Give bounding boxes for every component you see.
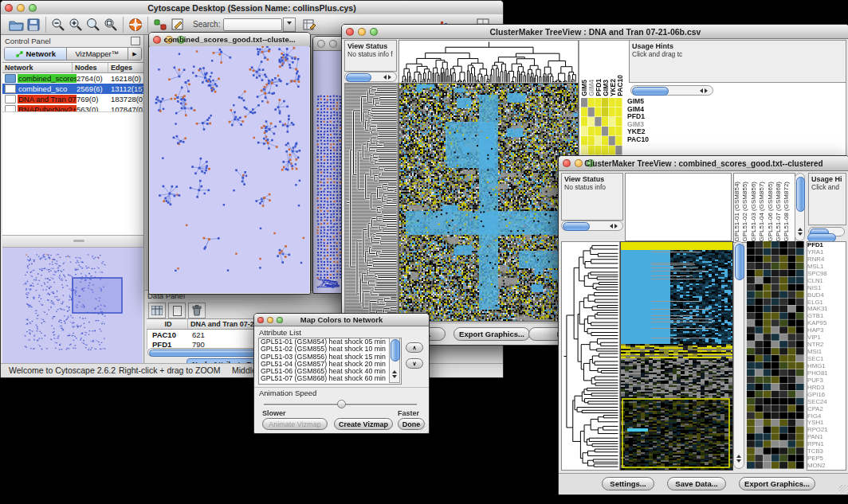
column-header-edges[interactable]: Edges — [108, 63, 143, 72]
scroll-up-icon[interactable] — [798, 225, 803, 231]
desktop: Cytoscape Desktop (Session Name: collins… — [0, 0, 848, 504]
tv2-view-status-panel: View Status No status info — [561, 173, 623, 221]
resize-grip-icon[interactable] — [419, 424, 428, 432]
tv2-zoom-heatmap[interactable] — [747, 241, 804, 469]
new-attribute-icon[interactable] — [168, 303, 186, 318]
main-titlebar[interactable]: Cytoscape Desktop (Session Name: collins… — [1, 1, 503, 15]
animate-vizmap-button[interactable]: Animate Vizmap — [262, 418, 328, 430]
slider-thumb[interactable] — [337, 400, 346, 408]
table-edit-icon[interactable] — [300, 16, 318, 33]
scroll-down-icon[interactable] — [392, 375, 397, 381]
scroll-down-icon[interactable] — [736, 459, 741, 465]
birdseye-view[interactable] — [2, 248, 143, 364]
animation-speed-slider[interactable] — [264, 400, 417, 409]
tv1-view-status-panel: View Status No status info f — [344, 40, 397, 72]
tv1-column-dendrogram[interactable] — [398, 40, 579, 84]
dialog-titlebar[interactable]: Map Colors to Network — [254, 314, 429, 326]
tv1-export-graphics-button[interactable]: Export Graphics... — [453, 327, 530, 341]
network-table-row[interactable]: DNA and Tran 07769(0)183728(0) — [2, 94, 143, 104]
search-input[interactable] — [223, 18, 282, 31]
node-id: PFD1 — [147, 340, 192, 349]
tv2-save-data-button[interactable]: Save Data... — [667, 477, 726, 490]
zoom-out-icon[interactable] — [49, 16, 67, 33]
tv1-view-status-title: View Status — [345, 41, 396, 50]
float-panel-icon[interactable] — [131, 37, 140, 45]
tv2-row-dendrogram[interactable] — [561, 241, 620, 471]
scroll-right-icon[interactable] — [614, 224, 620, 229]
tv1-zoom-heatmap[interactable] — [581, 98, 622, 155]
scroll-up-icon[interactable] — [736, 452, 741, 458]
network-table-row[interactable]: combined_scores2764(0)16218(0) — [2, 73, 143, 84]
create-vizmap-button[interactable]: Create Vizmap — [334, 418, 393, 430]
toolbar-separator — [45, 17, 46, 33]
tv2-button-bar: Settings... Save Data... Export Graphics… — [559, 473, 848, 494]
attribute-list-scrollbar[interactable] — [389, 338, 400, 383]
network2-view[interactable] — [313, 51, 344, 292]
scroll-left-icon[interactable] — [381, 75, 387, 80]
tab-vizmapper[interactable]: VizMapper™ — [67, 48, 129, 60]
scroll-up-icon[interactable] — [392, 368, 397, 373]
network-table-row[interactable]: combined_sco2569(6)13112(15) — [2, 84, 143, 94]
network1-titlebar[interactable]: combined_scores_good.txt--cluste... — [149, 33, 310, 47]
tv2-view-status-title: View Status — [562, 174, 622, 183]
save-icon[interactable] — [25, 16, 42, 33]
gene-label: MON2 — [807, 463, 846, 470]
attribute-table-icon[interactable] — [148, 303, 166, 318]
node-id: PAC10 — [147, 330, 192, 339]
tv2-column-dendrogram-area[interactable] — [625, 173, 732, 241]
tv1-heatmap[interactable] — [398, 83, 579, 322]
scroll-right-icon[interactable] — [705, 88, 710, 93]
tv2-settings-button[interactable]: Settings... — [602, 477, 654, 490]
attribute-listbox[interactable]: GPL51-01 (GSM854) heat shock 05 minGPL51… — [258, 338, 402, 385]
open-file-icon[interactable] — [7, 16, 25, 33]
network-tree-empty — [2, 111, 143, 236]
tv2-export-graphics-button[interactable]: Export Graphics... — [739, 477, 815, 490]
zoom-selected-icon[interactable] — [102, 16, 120, 33]
zoom-fit-icon[interactable] — [84, 16, 102, 33]
scroll-left-icon[interactable] — [607, 224, 613, 229]
move-down-button[interactable]: ∨ — [406, 358, 423, 369]
column-header-nodes[interactable]: Nodes — [73, 63, 108, 72]
control-panel: Control Panel Network VizMapper™ ▶ Netwo… — [2, 35, 144, 364]
scroll-right-icon[interactable] — [388, 75, 394, 80]
tv2-labels-scrollbar[interactable] — [795, 173, 805, 241]
minimize-button[interactable] — [329, 40, 337, 48]
close-button[interactable] — [317, 40, 325, 48]
tv1-usage-scrollbar[interactable] — [630, 85, 713, 96]
network-nodes-icon[interactable] — [151, 16, 169, 33]
tv1-status-scrollbar[interactable] — [344, 72, 397, 82]
treeview1-titlebar[interactable]: ClusterMaker TreeView : DNA and Tran 07-… — [342, 25, 848, 39]
tab-more-button[interactable]: ▶ — [128, 48, 141, 60]
tv2-heat-vscrollbar[interactable] — [733, 241, 744, 469]
tv1-usage-hints-text: Click and drag tc — [630, 50, 846, 58]
search-dropdown-button[interactable] — [283, 18, 296, 32]
tv1-row-label: PAC10 — [627, 136, 662, 144]
tv2-column-label: GPL51-06 (GSM865) — [768, 182, 775, 242]
node-value: 621 — [192, 330, 205, 339]
annotation-icon[interactable] — [169, 16, 186, 33]
dp-column-id[interactable]: ID — [147, 319, 188, 329]
zoom-in-icon[interactable] — [67, 16, 84, 33]
tv2-view-status-text: No status info — [562, 183, 622, 191]
help-lifesaver-icon[interactable] — [127, 16, 144, 33]
tv1-column-label: PAC10 — [617, 75, 624, 96]
network-name: DNA and Tran 07 — [18, 95, 77, 104]
column-header-network[interactable]: Network — [2, 63, 73, 72]
tv2-heatmap[interactable] — [620, 241, 733, 471]
tv2-column-label: GPL51-08 (GSM872) — [783, 182, 791, 242]
attribute-list-item[interactable]: GPL51-07 (GSM868) heat shock 60 min — [259, 375, 401, 382]
resize-grip-icon[interactable] — [839, 485, 848, 494]
status-zoom-hint: Right-click + drag to ZOOM — [119, 365, 221, 375]
delete-attribute-icon[interactable] — [188, 303, 206, 318]
panel-splitter[interactable] — [2, 235, 143, 248]
tv2-status-scrollbar[interactable] — [561, 221, 623, 231]
scroll-left-icon[interactable] — [697, 88, 703, 93]
file-icon — [5, 84, 16, 93]
network1-view[interactable] — [150, 46, 309, 293]
move-up-button[interactable]: ∧ — [406, 342, 423, 353]
tab-network[interactable]: Network — [5, 48, 67, 60]
toolbar-separator — [123, 17, 124, 33]
tv1-row-dendrogram[interactable] — [344, 83, 398, 322]
scroll-down-icon[interactable] — [798, 232, 803, 238]
treeview2-titlebar[interactable]: ClusterMaker TreeView : combined_scores_… — [559, 156, 848, 171]
